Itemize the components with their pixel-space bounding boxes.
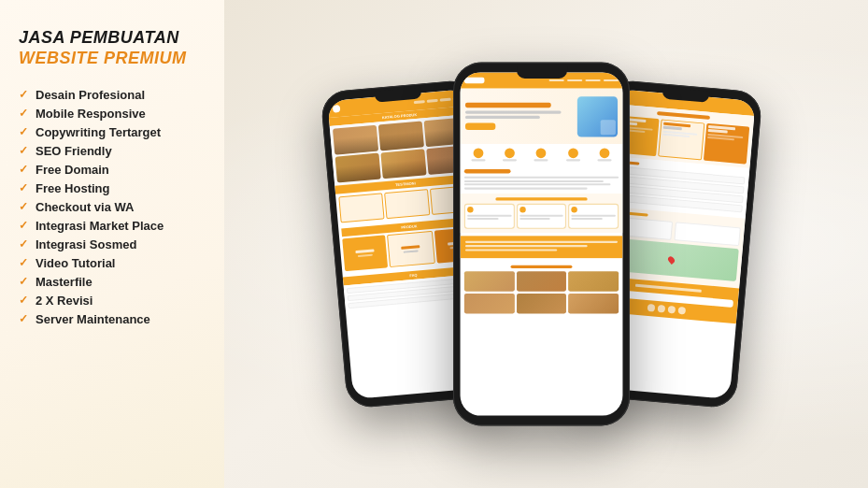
phone-notch [517,66,567,79]
gallery-item [380,149,426,179]
catalog-item [464,271,515,292]
nav-dot [427,98,438,102]
price-box [704,123,750,165]
hero-btn[interactable] [465,122,495,130]
price-card [342,235,388,271]
about-title [464,169,511,173]
hero-text [465,103,572,130]
catalog-item [568,293,619,313]
website-content-center [461,72,623,415]
feature-item-checkout-wa: ✓Checkout via WA [19,197,206,216]
services-section [461,193,623,232]
catalog-item [517,271,567,292]
feature-item: ✓Masterfile [19,272,206,291]
service-icon [572,207,577,212]
feature-list: ✓Desain Profesional ✓Mobile Responsive ✓… [19,85,206,328]
feature-item: ✓Video Tutorial [19,253,206,272]
icon-label [471,159,485,161]
service-cards [464,203,619,228]
center-phone-wrapper [453,63,630,426]
feature-icon [566,148,580,161]
gallery-item [378,121,424,151]
check-icon: ✓ [19,294,30,307]
icon-circle [600,148,610,158]
service-card [517,203,567,228]
phones-area: KATALOG PRODUK TESTIMONI [215,0,868,488]
icon-label [534,159,548,161]
feature-item-server-maintenance: ✓Server Maintenance [19,309,206,328]
icon-circle [505,148,515,158]
check-icon: ✓ [19,237,30,251]
gallery-item [335,153,381,183]
quote-section [461,236,623,258]
icon-label [598,159,612,161]
logo-dot [333,105,341,113]
service-card [464,203,515,228]
feature-icon [534,148,548,161]
price-value [356,249,375,253]
title-line1: JASA PEMBUATAN [19,28,206,49]
catalog-grid [464,271,619,313]
check-icon: ✓ [19,181,30,194]
feature-icon [503,148,517,161]
nav-dot [440,97,451,101]
header-nav [549,79,619,81]
feature-item: ✓Desain Profesional [19,85,206,104]
feature-item: ✓Mobile Responsive [19,104,206,122]
center-phone [453,63,630,426]
catalog-item [464,293,515,313]
map-pin [666,254,676,264]
hero-sub2 [465,116,540,119]
price-box [658,119,704,160]
check-icon: ✓ [19,125,30,138]
nav-dot [414,100,425,104]
icon-circle [473,148,483,158]
price-value [402,245,420,250]
catalog-title [510,265,572,267]
testimonial-card [338,193,384,222]
service-card [568,203,619,228]
price-grid [613,115,749,164]
feature-item-free-hosting: ✓Free Hosting [19,179,206,197]
feature-item: ✓SEO Friendly [19,141,206,160]
feature-item: ✓Integrasi Market Place [19,216,206,235]
price-card [387,231,434,267]
services-title [495,197,588,200]
about-text [464,177,619,190]
hero-image [577,96,618,136]
social-icon-fb [647,304,656,312]
social-icon-yt [678,307,687,315]
phone-screen [461,72,623,415]
catalog-section [461,261,623,317]
icon-circle [536,148,547,158]
check-icon: ✓ [19,144,30,157]
header-logo [464,78,485,83]
check-icon: ✓ [19,275,30,288]
icon-label [503,159,517,161]
feature-item-free-domain: ✓Free Domain [19,160,206,179]
features-row [461,144,623,165]
feature-item: ✓Copywriting Tertarget [19,122,206,141]
check-icon: ✓ [19,256,30,269]
testimonial-card [384,189,430,219]
service-icon [467,207,473,212]
social-icon-tw [668,306,676,314]
feature-item: ✓2 X Revisi [19,291,206,309]
check-icon: ✓ [19,163,30,176]
icon-label [566,159,580,161]
catalog-item [568,271,619,292]
about-section [461,165,623,194]
icon-circle [568,148,578,158]
social-icon-ig [658,305,666,313]
cp-hero [461,89,623,144]
left-panel: JASA PEMBUATAN WEBSITE PREMIUM ✓Desain P… [0,0,224,488]
feature-item: ✓Integrasi Sosmed [19,235,206,253]
check-icon: ✓ [19,219,30,232]
check-icon: ✓ [19,107,30,120]
check-icon: ✓ [19,200,30,213]
pricing-title [657,111,710,120]
feature-icon [598,148,612,161]
hero-title [465,103,551,108]
check-icon: ✓ [19,312,30,325]
hero-sub [465,110,562,113]
